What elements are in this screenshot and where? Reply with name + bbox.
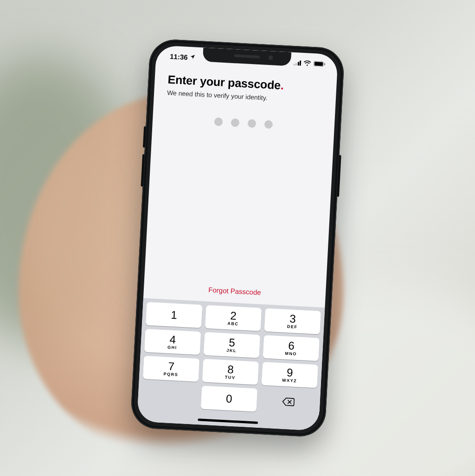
status-time: 11:36 bbox=[170, 52, 188, 61]
keypad-key-8[interactable]: 8 TUV bbox=[202, 359, 259, 385]
key-digit: 7 bbox=[168, 361, 175, 373]
key-letters: TUV bbox=[225, 375, 236, 380]
passcode-panel: Enter your passcode. We need this to ver… bbox=[143, 65, 337, 308]
key-digit: 8 bbox=[227, 364, 234, 375]
key-digit: 0 bbox=[226, 393, 233, 405]
key-letters: JKL bbox=[226, 348, 237, 353]
volume-up-button bbox=[143, 126, 146, 148]
cellular-signal-icon bbox=[293, 60, 301, 65]
key-digit: 5 bbox=[229, 337, 236, 348]
passcode-dots bbox=[166, 115, 321, 132]
svg-rect-1 bbox=[315, 62, 323, 66]
key-digit: 3 bbox=[289, 313, 296, 325]
passcode-dot bbox=[231, 118, 240, 127]
passcode-dot bbox=[247, 119, 256, 128]
keypad-key-4[interactable]: 4 GHI bbox=[144, 329, 201, 355]
keypad-key-6[interactable]: 6 MNO bbox=[263, 335, 320, 361]
keypad-key-3[interactable]: 3 DEF bbox=[264, 308, 321, 334]
key-digit: 9 bbox=[287, 367, 294, 379]
keypad-key-5[interactable]: 5 JKL bbox=[204, 332, 260, 358]
title-text: Enter your passcode bbox=[167, 73, 281, 92]
backspace-icon bbox=[282, 397, 295, 407]
wifi-icon bbox=[303, 60, 312, 66]
passcode-dot bbox=[214, 117, 223, 126]
keypad-key-7[interactable]: 7 PQRS bbox=[143, 356, 199, 382]
keypad-backspace-button[interactable] bbox=[260, 389, 316, 415]
key-letters: MNO bbox=[285, 352, 297, 356]
key-letters: WXYZ bbox=[282, 378, 297, 383]
location-arrow-icon bbox=[190, 54, 196, 61]
passcode-dot bbox=[264, 120, 273, 129]
key-digit: 4 bbox=[169, 334, 176, 346]
key-letters: PQRS bbox=[163, 372, 178, 377]
key-digit: 1 bbox=[171, 309, 178, 321]
numeric-keypad: 1 2 ABC 3 DEF 4 GHI 5 J bbox=[137, 298, 325, 431]
svg-rect-2 bbox=[324, 63, 325, 65]
screen: 11:36 bbox=[137, 45, 338, 431]
keypad-key-2[interactable]: 2 ABC bbox=[205, 305, 262, 331]
phone-frame: 11:36 bbox=[130, 39, 345, 438]
battery-full-icon bbox=[314, 61, 326, 67]
key-letters: ABC bbox=[227, 322, 238, 326]
keypad-key-0[interactable]: 0 bbox=[201, 386, 257, 412]
power-button bbox=[337, 155, 341, 197]
keypad-spacer bbox=[141, 383, 198, 409]
forgot-passcode-link[interactable]: Forgot Passcode bbox=[208, 286, 261, 296]
keypad-key-1[interactable]: 1 bbox=[146, 302, 202, 328]
keypad-key-9[interactable]: 9 WXYZ bbox=[261, 362, 318, 388]
key-digit: 2 bbox=[230, 310, 237, 322]
key-digit: 6 bbox=[288, 340, 295, 352]
key-letters: GHI bbox=[167, 345, 177, 350]
title-period: . bbox=[280, 78, 284, 91]
key-letters: DEF bbox=[287, 325, 298, 329]
